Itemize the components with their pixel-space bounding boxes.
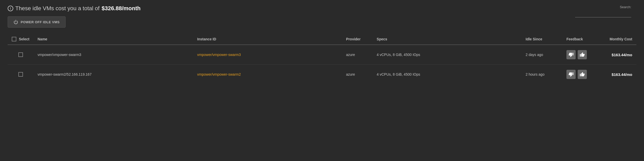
table-row: vmpower/vmpower-swarm3 vmpower/vmpower-s… — [8, 45, 636, 65]
select-all-checkbox[interactable] — [12, 37, 16, 41]
row-checkbox-cell — [8, 45, 33, 65]
instance-id-link[interactable]: vmpower/vmpower-swarm2 — [197, 72, 241, 76]
row-provider: azure — [342, 45, 373, 65]
th-instance-id: Instance ID — [193, 34, 342, 45]
right-section: Search: — [575, 5, 636, 17]
instance-id-link[interactable]: vmpower/vmpower-swarm3 — [197, 53, 241, 57]
row-checkbox-1[interactable] — [18, 72, 23, 77]
thumbs-down-button[interactable] — [566, 70, 576, 79]
th-feedback: Feedback — [562, 34, 596, 45]
th-select: Select — [8, 34, 33, 45]
row-idle-since: 2 days ago — [522, 45, 562, 65]
power-off-button[interactable]: POWER OFF IDLE VMS — [8, 16, 66, 28]
headline: ! These idle VMs cost you a total of $32… — [8, 5, 141, 12]
row-name: vmpower-swarm2/52.166.119.167 — [33, 65, 193, 84]
table-body: vmpower/vmpower-swarm3 vmpower/vmpower-s… — [8, 45, 636, 84]
thumbs-up-button[interactable] — [578, 70, 587, 79]
th-monthly-cost: Monthly Cost — [596, 34, 636, 45]
table-header-row: Select Name Instance ID Provider Specs — [8, 34, 636, 45]
th-provider: Provider — [342, 34, 373, 45]
row-feedback — [562, 45, 596, 65]
th-idle-since: Idle Since — [522, 34, 562, 45]
row-checkbox-0[interactable] — [18, 52, 23, 57]
headline-amount: $326.88/month — [102, 5, 141, 12]
row-name: vmpower/vmpower-swarm3 — [33, 45, 193, 65]
table-section: Select Name Instance ID Provider Specs — [8, 34, 636, 84]
th-select-label: Select — [19, 37, 29, 41]
row-cost: $163.44/mo — [596, 65, 636, 84]
row-instance-id: vmpower/vmpower-swarm3 — [193, 45, 342, 65]
row-provider: azure — [342, 65, 373, 84]
power-off-label: POWER OFF IDLE VMS — [21, 20, 60, 24]
th-specs: Specs — [373, 34, 522, 45]
left-section: ! These idle VMs cost you a total of $32… — [8, 5, 141, 28]
vm-table: Select Name Instance ID Provider Specs — [8, 34, 636, 84]
th-name: Name — [33, 34, 193, 45]
row-specs: 4 vCPUs, 8 GiB, 4500 IOps — [373, 45, 522, 65]
row-idle-since: 2 hours ago — [522, 65, 562, 84]
table-row: vmpower-swarm2/52.166.119.167 vmpower/vm… — [8, 65, 636, 84]
row-instance-id: vmpower/vmpower-swarm2 — [193, 65, 342, 84]
row-checkbox-cell — [8, 65, 33, 84]
headline-prefix: These idle VMs cost you a total of — [15, 5, 100, 12]
row-feedback — [562, 65, 596, 84]
thumbs-down-button[interactable] — [566, 50, 576, 59]
top-section: ! These idle VMs cost you a total of $32… — [8, 5, 636, 28]
search-input[interactable] — [575, 11, 631, 17]
page-container: ! These idle VMs cost you a total of $32… — [0, 0, 644, 161]
row-specs: 4 vCPUs, 8 GiB, 4500 IOps — [373, 65, 522, 84]
info-icon: ! — [8, 6, 13, 11]
thumbs-up-button[interactable] — [578, 50, 587, 59]
power-icon — [14, 20, 18, 24]
search-label: Search: — [575, 5, 631, 9]
row-cost: $163.44/mo — [596, 45, 636, 65]
